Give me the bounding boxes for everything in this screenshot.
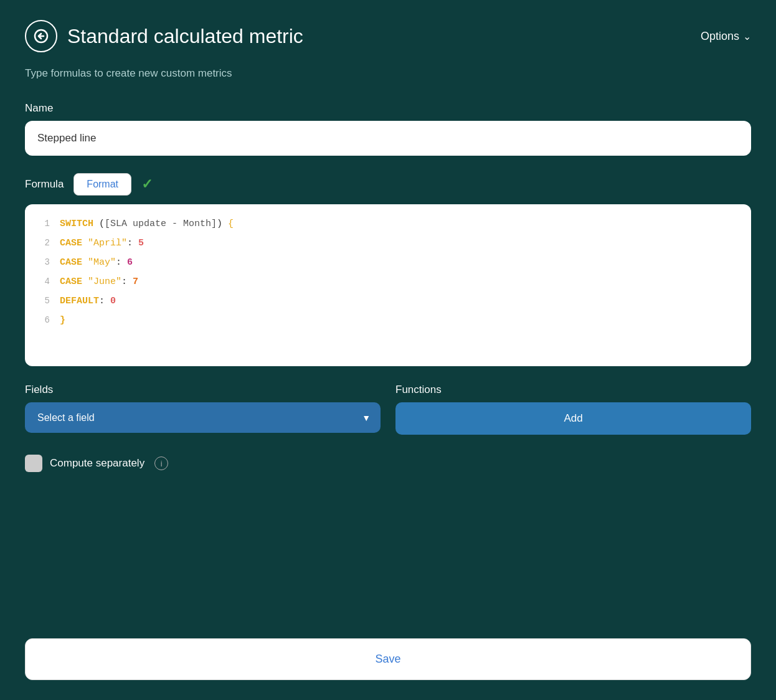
options-button[interactable]: Options ⌄ xyxy=(701,30,751,43)
functions-section: Functions Add xyxy=(395,384,751,435)
header-left: Standard calculated metric xyxy=(25,20,303,52)
code-line-4: 4 CASE "June": 7 xyxy=(25,272,751,291)
code-line-3: 3 CASE "May": 6 xyxy=(25,253,751,272)
back-button[interactable] xyxy=(25,20,57,52)
info-icon[interactable]: i xyxy=(154,456,168,470)
select-field-wrapper: Select a field ▼ xyxy=(25,402,381,433)
name-section: Name xyxy=(25,102,751,156)
code-line-5: 5 DEFAULT: 0 xyxy=(25,291,751,311)
format-button[interactable]: Format xyxy=(73,173,131,196)
name-input[interactable] xyxy=(25,121,751,156)
options-label: Options xyxy=(701,30,739,43)
compute-row: Compute separately i xyxy=(25,455,751,472)
field-select[interactable]: Select a field xyxy=(25,402,381,433)
functions-label: Functions xyxy=(395,384,751,396)
page-container: Standard calculated metric Options ⌄ Typ… xyxy=(0,0,776,700)
formula-header: Formula Format ✓ xyxy=(25,173,751,196)
name-label: Name xyxy=(25,102,751,115)
save-button[interactable]: Save xyxy=(25,638,751,680)
code-line-1: 1 SWITCH ([SLA update - Month]) { xyxy=(25,214,751,234)
compute-label: Compute separately xyxy=(50,457,144,470)
chevron-down-icon: ⌄ xyxy=(743,31,751,42)
page-title: Standard calculated metric xyxy=(67,25,303,48)
subtitle: Type formulas to create new custom metri… xyxy=(25,67,751,80)
formula-label: Formula xyxy=(25,178,64,191)
fields-section: Fields Select a field ▼ xyxy=(25,384,381,435)
header: Standard calculated metric Options ⌄ xyxy=(25,20,751,52)
fields-functions-row: Fields Select a field ▼ Functions Add xyxy=(25,384,751,435)
code-editor[interactable]: 1 SWITCH ([SLA update - Month]) { 2 CASE… xyxy=(25,204,751,366)
add-button[interactable]: Add xyxy=(395,402,751,435)
check-icon: ✓ xyxy=(141,176,153,192)
code-line-2: 2 CASE "April": 5 xyxy=(25,234,751,253)
compute-separately-checkbox[interactable] xyxy=(25,455,42,472)
code-line-6: 6 } xyxy=(25,311,751,330)
fields-label: Fields xyxy=(25,384,381,396)
